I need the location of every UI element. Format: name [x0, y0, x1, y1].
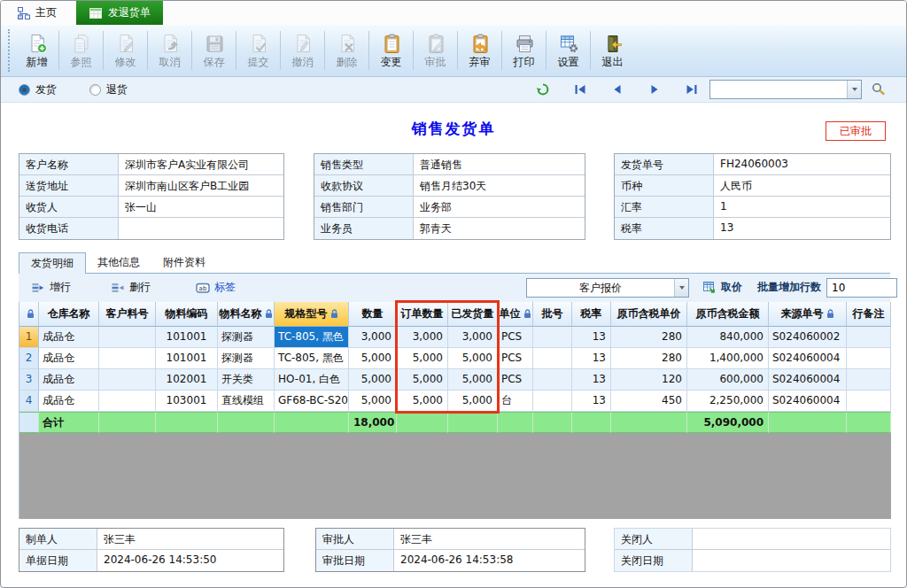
cell-order-quantity[interactable]: 5,000 — [397, 391, 448, 412]
cell-row-remark[interactable] — [847, 391, 891, 412]
tab-other-info[interactable]: 其他信息 — [86, 252, 151, 273]
price-source-combo[interactable]: 客户报价 — [526, 278, 689, 298]
tab-home[interactable]: 主页 — [8, 3, 66, 23]
field-value[interactable]: 深圳市南山区客户B工业园 — [119, 175, 283, 196]
price-combo-dropdown-button[interactable] — [674, 279, 688, 297]
column-header-batch-no[interactable]: 批号 — [533, 302, 572, 327]
cell-tax-rate[interactable]: 13 — [572, 327, 611, 348]
column-header-unit-price-tax[interactable]: 原币含税单价 — [611, 302, 687, 327]
row-number-cell[interactable]: 4 — [19, 391, 39, 412]
cell-material-name[interactable]: 探测器 — [218, 327, 275, 348]
cell-row-remark[interactable] — [847, 348, 891, 369]
cell-customer-part-no[interactable] — [99, 369, 156, 391]
cell-batch-no[interactable] — [533, 369, 572, 391]
cell-spec-model[interactable]: TC-805, 黑色 — [275, 348, 349, 369]
cell-shipped-quantity[interactable]: 5,000 — [448, 369, 498, 391]
tab-delivery-return-order[interactable]: 发退货单 — [76, 1, 163, 25]
cell-quantity[interactable]: 5,000 — [349, 391, 397, 412]
field-value[interactable]: 深圳市客户A实业有限公司 — [119, 154, 283, 174]
cell-shipped-quantity[interactable]: 5,000 — [448, 348, 498, 369]
cell-customer-part-no[interactable] — [99, 391, 156, 412]
field-value[interactable] — [693, 550, 890, 571]
field-value[interactable] — [693, 529, 890, 549]
column-header-order-quantity[interactable]: 订单数量 — [397, 302, 448, 327]
cell-order-quantity[interactable]: 3,000 — [397, 327, 448, 348]
cell-customer-part-no[interactable] — [99, 327, 156, 348]
cell-shipped-quantity[interactable]: 5,000 — [448, 391, 498, 412]
cell-warehouse[interactable]: 成品仓 — [39, 327, 99, 348]
field-value[interactable]: 13 — [714, 218, 890, 239]
field-value[interactable]: 业务部 — [414, 197, 585, 217]
cell-amount-tax[interactable]: 600,000 — [687, 369, 769, 391]
cell-quantity[interactable]: 5,000 — [349, 348, 397, 369]
cell-warehouse[interactable]: 成品仓 — [39, 348, 99, 369]
cell-tax-rate[interactable]: 13 — [572, 391, 611, 412]
column-header-material-code[interactable]: 物料编码 — [156, 302, 218, 327]
field-value[interactable]: 张三丰 — [394, 529, 585, 549]
cell-amount-tax[interactable]: 840,000 — [687, 327, 769, 348]
field-value[interactable] — [119, 218, 283, 239]
cell-unit[interactable]: PCS — [498, 327, 533, 348]
column-header-spec-model[interactable]: 规格型号 — [275, 302, 349, 327]
column-header-amount-tax[interactable]: 原币含税金额 — [687, 302, 769, 327]
last-record-icon[interactable] — [685, 82, 699, 97]
unapprove-button[interactable]: 弃审 — [460, 31, 500, 70]
cell-quantity[interactable]: 5,000 — [349, 369, 397, 391]
cell-amount-tax[interactable]: 1,400,000 — [687, 348, 769, 369]
record-search-combo[interactable] — [709, 80, 862, 99]
cell-unit[interactable]: PCS — [498, 348, 533, 369]
cell-material-code[interactable]: 102001 — [156, 369, 218, 391]
batch-add-rows-input[interactable] — [826, 278, 897, 298]
field-value[interactable]: 人民币 — [714, 175, 890, 196]
cell-row-remark[interactable] — [847, 327, 891, 348]
change-button[interactable]: 变更 — [371, 31, 411, 70]
cell-unit-price-tax[interactable]: 280 — [611, 327, 687, 348]
field-value[interactable]: 张三丰 — [97, 529, 283, 549]
column-header-row-remark[interactable]: 行备注 — [847, 302, 891, 327]
cell-unit-price-tax[interactable]: 450 — [611, 391, 687, 412]
cell-customer-part-no[interactable] — [99, 348, 156, 369]
cell-warehouse[interactable]: 成品仓 — [39, 369, 99, 391]
radio-delivery-icon[interactable] — [19, 84, 30, 96]
get-price-button[interactable]: 取价 — [702, 280, 742, 295]
cell-source-order-no[interactable]: S024060004 — [769, 391, 847, 412]
cell-material-name[interactable]: 开关类 — [218, 369, 275, 391]
prev-record-icon[interactable] — [610, 82, 624, 97]
cell-shipped-quantity[interactable]: 3,000 — [448, 327, 498, 348]
refresh-icon[interactable] — [536, 82, 550, 97]
radio-delivery[interactable]: 发货 — [19, 82, 57, 97]
cell-unit[interactable]: PCS — [498, 369, 533, 391]
cell-source-order-no[interactable]: S024060002 — [769, 327, 847, 348]
radio-return-icon[interactable] — [89, 84, 101, 96]
row-number-cell[interactable]: 3 — [19, 369, 39, 391]
field-value[interactable]: FH24060003 — [714, 154, 890, 174]
cell-spec-model[interactable]: TC-805, 黑色 — [275, 327, 349, 348]
cell-warehouse[interactable]: 成品仓 — [39, 391, 99, 412]
tab-attachments[interactable]: 附件资料 — [151, 252, 217, 273]
cell-tax-rate[interactable]: 13 — [572, 369, 611, 391]
column-header-tax-rate[interactable]: 税率 — [572, 302, 611, 327]
cell-tax-rate[interactable]: 13 — [572, 348, 611, 369]
cell-source-order-no[interactable]: S024060004 — [769, 348, 847, 369]
cell-material-code[interactable]: 103001 — [156, 391, 218, 412]
settings-button[interactable]: 设置 — [548, 31, 588, 70]
radio-return[interactable]: 退货 — [89, 82, 128, 97]
field-value[interactable]: 张一山 — [119, 197, 283, 217]
combo-dropdown-button[interactable] — [847, 81, 861, 98]
cell-unit-price-tax[interactable]: 120 — [611, 369, 687, 391]
cell-spec-model[interactable]: HO-01, 白色 — [275, 369, 349, 391]
cell-order-quantity[interactable]: 5,000 — [397, 369, 448, 391]
column-header-row-number[interactable] — [19, 302, 39, 327]
field-value[interactable]: 郭青天 — [414, 218, 585, 239]
next-record-icon[interactable] — [647, 82, 662, 97]
cell-order-quantity[interactable]: 5,000 — [397, 348, 448, 369]
cell-batch-no[interactable] — [533, 327, 572, 348]
tag-button[interactable]: ab 标签 — [196, 280, 236, 295]
column-header-customer-part-no[interactable]: 客户料号 — [99, 302, 156, 327]
cell-unit-price-tax[interactable]: 280 — [611, 348, 687, 369]
exit-button[interactable]: 退出 — [593, 31, 632, 70]
column-header-source-order-no[interactable]: 来源单号 — [769, 302, 847, 327]
field-value[interactable]: 普通销售 — [414, 154, 585, 174]
field-value[interactable]: 销售月结30天 — [414, 175, 585, 196]
cell-unit[interactable]: 台 — [498, 391, 533, 412]
